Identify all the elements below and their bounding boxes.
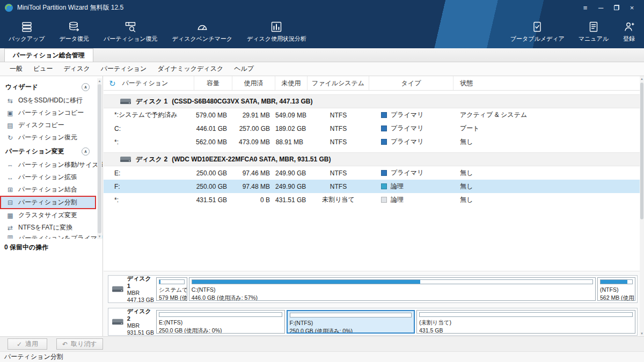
diskmap-partition-e[interactable]: E:(NTFS) 250.0 GB (使用済み: 0%) [156,310,285,334]
register-icon [623,20,635,33]
menu-disk[interactable]: ディスク [58,62,96,76]
partition-recovery-button[interactable]: パーティション復元 [104,20,158,43]
refresh-icon[interactable]: ↻ [109,79,116,87]
restore-button[interactable] [609,2,624,13]
sidebar-scroll-thumb[interactable] [98,84,101,233]
window-title: MiniTool Partition Wizard 無料版 12.5 [17,3,123,12]
sidebar-item-convert-ntfs-fat[interactable]: ⇄ NTFSをFATに変換 [0,221,103,234]
diskmap-disk1-label[interactable]: ディスク 1 MBR 447.13 GB [108,276,155,302]
disk1-group-header[interactable]: ディスク 1 (CSSD-S6B480CG3VX SATA, MBR, 447.… [104,94,640,108]
sidebar-item-partition-copy[interactable]: ▣ パーティションコピー [0,107,103,119]
manual-button[interactable]: マニュアル [579,20,609,43]
check-icon: ✓ [17,341,22,348]
disk2-group-header[interactable]: ディスク 2 (WDC WD10EZEX-22MFCA0 SATA, MBR, … [104,152,640,166]
sidebar-item-extend[interactable]: ↔ パーティション拡張 [0,171,103,183]
type-label: 論理 [391,195,404,204]
partition-size: 446.0 GB (使用済み: 57%) [192,294,593,301]
partition-name: E:(NTFS) [159,319,282,327]
register-button[interactable]: 登録 [623,20,635,43]
sidebar-item-merge[interactable]: ⊞ パーティション結合 [0,183,103,196]
diskmap-disk1: ディスク 1 MBR 447.13 GB システムで予約 579 MB (使用 … [108,275,638,303]
tab-strip: パーティション総合管理 [0,48,644,62]
sidebar-item-migrate-os[interactable]: ⇆ OSをSSD/HDDに移行 [0,94,103,107]
menu-dynamic-disk[interactable]: ダイナミックディスク [152,62,229,76]
table-row[interactable]: E: 250.00 GB 97.46 MB 249.90 GB NTFS プライ… [104,166,640,180]
table-row[interactable]: *: 431.51 GB 0 B 431.51 GB 未割り当て 論理 無し [104,193,640,206]
data-recovery-button[interactable]: データ復元 [60,20,90,43]
partition-size: 250.0 GB (使用済み: 0%) [159,327,282,334]
apply-button[interactable]: ✓ 適用 [8,338,47,350]
sidebar-item-disk-copy[interactable]: ▤ ディスクコピー [0,119,103,131]
sidebar-scrollbar[interactable]: ▲ ▼ [97,78,102,239]
cell-used: 29.91 MB [232,112,275,119]
os-migrate-icon: ⇆ [6,97,14,105]
partition-name: (NTFS) [600,286,633,294]
chevron-up-icon[interactable]: ∧ [82,83,90,91]
type-color-swatch [381,112,387,118]
bootable-media-button[interactable]: ブータブルメディア [510,20,565,43]
diskmap-partition-unallocated[interactable]: (未割り当て) 431.5 GB [416,310,635,334]
sidebar-item-set-primary[interactable]: ▥ パーティションをプライマリに設定 [0,234,103,239]
partition-name: C:(NTFS) [192,286,593,294]
partition-recovery-label: パーティション復元 [104,35,158,43]
extend-partition-icon: ↔ [6,174,14,181]
bootable-media-icon [531,20,544,33]
close-button[interactable]: × [624,2,640,13]
usage-bar [419,312,633,317]
sidebar-item-split-partition[interactable]: ⊟ パーティション分割 [0,196,96,209]
menu-general[interactable]: 一般 [4,62,28,76]
scroll-up-icon[interactable]: ▲ [97,78,102,84]
menu-view[interactable]: ビュー [28,62,58,76]
main-scrollbar[interactable]: ▲ ▼ [640,76,644,336]
disk-benchmark-button[interactable]: ディスクベンチマーク [172,20,232,43]
usage-bar [290,313,412,317]
sidebar-item-label: パーティション結合 [18,185,77,194]
cell-capacity: 431.51 GB [194,196,232,204]
hamburger-menu-icon[interactable]: ≡ [577,2,593,13]
table-row-selected[interactable]: F: 250.00 GB 97.48 MB 249.90 GB NTFS 論理 … [104,180,640,193]
cell-partition: C: [104,125,194,132]
cell-status: 無し [453,195,640,204]
table-row[interactable]: *: 562.00 MB 473.09 MB 88.91 MB NTFS プライ… [104,135,640,149]
sidebar-item-label: パーティション分割 [18,198,77,207]
diskmap-partition-f-selected[interactable]: F:(NTFS) 250.0 GB (使用済み: 0%) [287,310,415,334]
menu-partition[interactable]: パーティション [96,62,152,76]
tab-partition-management[interactable]: パーティション総合管理 [4,48,93,62]
partition-name: システムで予約 [159,286,185,294]
usage-fill [192,280,420,284]
diskmap-partition-c[interactable]: C:(NTFS) 446.0 GB (使用済み: 57%) [189,277,596,301]
cell-used: 473.09 MB [232,138,275,146]
data-recovery-icon [68,20,80,33]
undo-button[interactable]: ↶ 取り消す [56,338,103,350]
split-partition-icon: ⊟ [6,199,14,206]
cell-used: 97.48 MB [232,183,275,190]
minimize-button[interactable]: ─ [593,2,609,13]
disk-benchmark-label: ディスクベンチマーク [172,35,232,43]
disk-usage-analysis-button[interactable]: ディスク使用状況分析 [247,20,306,43]
chevron-up-icon[interactable]: ∧ [82,147,90,156]
sidebar-item-partition-recovery[interactable]: ↻ パーティション復元 [0,131,103,144]
table-row[interactable]: C: 446.01 GB 257.00 GB 189.02 GB NTFS プラ… [104,122,640,135]
toolbar-right-group: ブータブルメディア マニュアル 登録 [510,20,635,43]
sidebar-section-partition-change[interactable]: パーティション変更 ∧ [0,144,103,159]
status-bar: パーティション分割 [0,351,644,362]
toolbar-left-group: バックアップ データ復元 パーティション復元 ディスクベンチマーク ディスク使用… [9,20,306,43]
table-row[interactable]: *:システムで予約済み 579.00 MB 29.91 MB 549.09 MB… [104,108,640,122]
scroll-down-icon[interactable]: ▼ [97,234,102,239]
diskmap-partition-ntfs-562[interactable]: (NTFS) 562 MB (使用 [597,277,635,301]
scroll-down-icon[interactable]: ▼ [640,331,644,336]
sidebar-item-move-resize[interactable]: ⇔ パーティション移動/サイズ変更 [0,159,103,171]
main-scroll-thumb[interactable] [640,83,643,219]
cell-type: プライマリ [369,110,453,120]
scroll-up-icon[interactable]: ▲ [640,76,644,82]
sidebar-section-wizard[interactable]: ウィザード ∧ [0,79,103,94]
diskmap-partition-system-reserved[interactable]: システムで予約 579 MB (使用 [156,277,187,301]
backup-button[interactable]: バックアップ [9,20,45,43]
sidebar-item-cluster-size[interactable]: ▦ クラスタサイズ変更 [0,209,103,221]
disk2-map-scheme: MBR [127,322,155,329]
sidebar-item-label: パーティション復元 [18,133,77,142]
cell-unused: 189.02 GB [275,125,308,132]
menu-help[interactable]: ヘルプ [229,62,259,76]
menubar: 一般 ビュー ディスク パーティション ダイナミックディスク ヘルプ [0,62,644,76]
diskmap-disk2-label[interactable]: ディスク 2 MBR 931.51 GB [108,308,155,335]
